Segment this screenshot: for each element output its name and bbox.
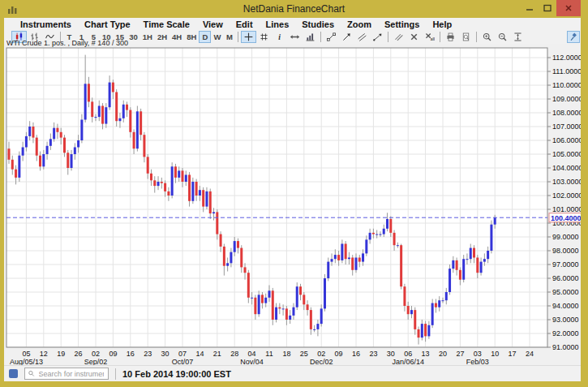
menu-item-view[interactable]: View [196, 19, 230, 29]
zoomin-icon [482, 32, 492, 42]
volume-button[interactable] [303, 31, 318, 43]
delete-all-drawings-button[interactable]: all [422, 31, 437, 43]
status-bar: 10 Feb 2014 19:00:00 EST [4, 365, 581, 381]
info-button[interactable]: i [272, 31, 287, 43]
timeframe-monthly-button[interactable]: M [223, 31, 235, 43]
timeframe-1h-button[interactable]: 1H [140, 31, 155, 43]
crosshair-button[interactable] [241, 31, 256, 43]
parallels-icon [393, 32, 404, 42]
parallel-lines-button[interactable] [391, 31, 406, 43]
svg-text:99.0000: 99.0000 [552, 233, 579, 241]
toolbar-separator [476, 32, 477, 42]
svg-text:04: 04 [248, 350, 256, 358]
svg-text:16: 16 [127, 350, 135, 358]
menu-item-chart-type[interactable]: Chart Type [78, 19, 137, 29]
menu-item-zoom[interactable]: Zoom [341, 19, 378, 29]
svg-text:06: 06 [404, 350, 412, 358]
svg-text:10: 10 [491, 350, 499, 358]
svg-text:107.0000: 107.0000 [552, 123, 581, 131]
svg-text:13: 13 [422, 350, 430, 358]
print-button[interactable] [443, 31, 458, 43]
trend-line-button[interactable] [324, 31, 339, 43]
svg-text:17: 17 [509, 350, 517, 358]
timeframe-8h-button[interactable]: 8H [184, 31, 199, 43]
instrument-search-box[interactable] [24, 368, 109, 380]
menu-item-help[interactable]: Help [426, 19, 458, 29]
maximize-button[interactable] [539, 0, 556, 16]
svg-text:12: 12 [40, 350, 48, 358]
menu-item-edit[interactable]: Edit [230, 19, 260, 29]
delete-drawing-button[interactable] [406, 31, 422, 43]
svg-text:95.0000: 95.0000 [552, 288, 579, 296]
svg-text:07: 07 [178, 350, 187, 358]
timeframe-2h-button[interactable]: 2H [155, 31, 170, 43]
ray-line-button[interactable] [370, 31, 385, 43]
svg-text:02: 02 [317, 350, 325, 358]
svg-text:92.0000: 92.0000 [552, 329, 579, 338]
svg-text:23: 23 [144, 350, 152, 358]
rayline-icon [372, 32, 383, 42]
menu-item-lines[interactable]: Lines [260, 19, 296, 29]
status-indicator-icon [9, 369, 18, 378]
toolbar-separator [320, 32, 321, 42]
channel-icon [357, 32, 367, 42]
menu-item-studies[interactable]: Studies [295, 19, 341, 29]
menu-item-settings[interactable]: Settings [378, 19, 426, 29]
scroll-arrows-button[interactable] [287, 31, 303, 43]
timeframe-daily-button[interactable]: D [199, 31, 211, 43]
svg-text:19: 19 [57, 350, 65, 358]
svg-text:02: 02 [92, 350, 100, 358]
pin-button[interactable] [567, 31, 580, 43]
zoom-in-button[interactable] [479, 31, 495, 43]
print-icon [445, 32, 456, 42]
parallel-channel-button[interactable] [354, 31, 370, 43]
crosshair-icon [243, 32, 254, 42]
grid-icon [259, 32, 269, 42]
svg-text:24: 24 [526, 350, 534, 358]
svg-text:111.0000: 111.0000 [552, 67, 581, 75]
fit-scale-button[interactable] [510, 31, 526, 43]
menu-item-instruments[interactable]: Instruments [14, 19, 78, 29]
toolbar-group: i [241, 31, 318, 43]
svg-text:93.0000: 93.0000 [552, 316, 579, 324]
search-input[interactable] [37, 369, 105, 379]
preview-icon [461, 32, 471, 42]
zoom-out-button[interactable] [495, 31, 510, 43]
arrow-line-button[interactable] [339, 31, 354, 43]
svg-text:11: 11 [265, 350, 273, 358]
timeframe-30m-button[interactable]: 30 [127, 31, 140, 43]
trendline-icon [326, 32, 337, 42]
instrument-label: WTI Crude 1. pos. , Daily, # 140 / 300 [6, 40, 128, 47]
toolbar-separator [440, 32, 440, 42]
toolbar-group [443, 31, 474, 43]
svg-text:03: 03 [474, 350, 482, 358]
harrows-icon [290, 32, 300, 42]
volume-icon [305, 32, 315, 42]
toolbar-group [479, 31, 526, 43]
print-preview-button[interactable] [458, 31, 474, 43]
chart-panel: WTI Crude 1. pos. , Daily, # 140 / 300 1… [4, 44, 581, 365]
svg-text:91.0000: 91.0000 [552, 343, 579, 351]
svg-text:106.0000: 106.0000 [552, 136, 581, 144]
timeframe-4h-button[interactable]: 4H [170, 31, 184, 43]
grid-button[interactable] [256, 31, 272, 43]
svg-text:25: 25 [300, 350, 308, 358]
svg-text:30: 30 [161, 350, 170, 358]
svg-text:i: i [279, 32, 281, 41]
menu-item-time-scale[interactable]: Time Scale [137, 19, 196, 29]
svg-text:23: 23 [369, 350, 377, 358]
svg-text:94.0000: 94.0000 [552, 302, 579, 310]
minimize-button[interactable] [521, 0, 539, 16]
price-chart[interactable]: 112.0000111.0000110.0000109.0000108.0000… [4, 44, 581, 365]
title-bar: NetDania FinanceChart [0, 0, 588, 18]
svg-text:112.0000: 112.0000 [552, 54, 581, 62]
svg-text:109.0000: 109.0000 [552, 95, 581, 103]
fitscale-icon [513, 32, 523, 42]
svg-text:09: 09 [109, 350, 117, 358]
search-icon [28, 369, 36, 378]
svg-text:108.0000: 108.0000 [552, 109, 581, 117]
timeframe-weekly-button[interactable]: W [211, 31, 223, 43]
close-button[interactable] [556, 0, 581, 16]
window-title: NetDania FinanceChart [0, 3, 588, 15]
svg-text:14: 14 [195, 350, 204, 358]
